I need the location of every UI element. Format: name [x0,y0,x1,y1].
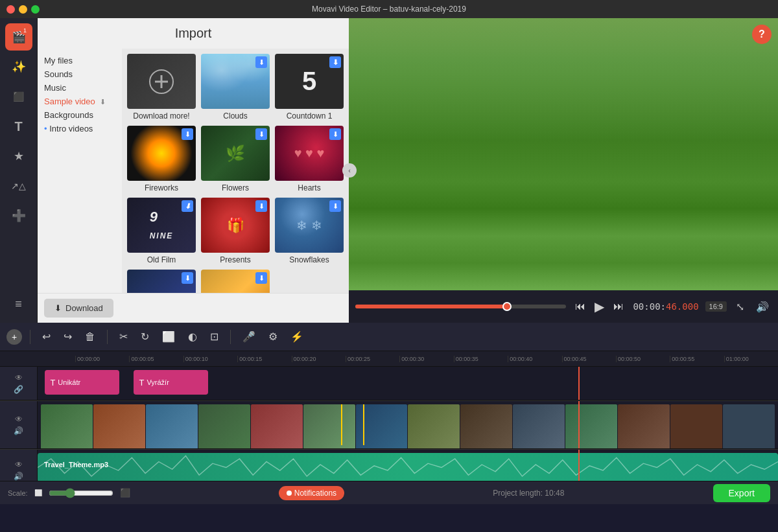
grid-item-fireworks[interactable]: ⬇ Fireworks [127,126,196,192]
grid-thumb-clouds: ⬇ [201,54,270,109]
import-media-button[interactable]: 🎬 1 [5,23,32,51]
rotate-button[interactable]: ↻ [137,328,153,345]
maximize-button[interactable] [31,5,40,14]
link-icon[interactable]: 🔗 [14,385,23,394]
grid-item-clouds[interactable]: ⬇ Clouds [201,54,270,121]
grid-item-partial2[interactable]: ⬇ [201,270,270,293]
settings-button[interactable]: ⚙ [265,328,281,345]
grid-thumb-flowers: ⬇ 🌿 [201,126,270,181]
waveform-svg [38,453,778,481]
eye-icon[interactable]: 👁 [15,373,23,382]
grid-thumb-presents: ⬇ 🎁 [201,198,270,253]
filters-button[interactable]: ★ [5,143,32,170]
audio-track-controls: 👁 🔊 [0,450,38,481]
import-footer: ⬇ Download [38,293,349,323]
timeline-ruler: 00:00:00 00:00:05 00:00:10 00:00:15 00:0… [0,351,778,367]
playhead-audio-track [578,450,580,481]
grid-thumb-countdown1: 5 ⬇ [275,54,344,109]
oldfilm-number: 9NINE [150,209,174,242]
grid-label-flowers: Flowers [222,183,249,192]
text-button[interactable]: T [5,113,32,140]
download-button-label: Download [65,303,103,313]
text-track-row: 👁 🔗 T Unikátr T Vyrážír [0,367,778,400]
notifications-button[interactable]: Notifications [279,486,344,500]
undo-button[interactable]: ↩ [38,328,54,345]
video-track-row: 👁 🔊 [0,400,778,449]
grid-item-oldfilm[interactable]: 9NINE ⬇ Old Film [127,198,196,264]
preview-controls: ⏮ ▶ ⏭ 00:00:46.000 16:9 ⤡ 🔊 [349,290,778,323]
add-track-button[interactable]: + [6,329,22,345]
project-length-label: Project length: 10:48 [493,489,564,498]
scale-slider[interactable] [49,488,113,498]
sidebar-item-sounds[interactable]: Sounds [44,67,115,81]
filters-icon: ★ [14,149,24,163]
collapse-panel-button[interactable]: ‹ [342,163,357,178]
sidebar-item-backgrounds[interactable]: Backgrounds [44,108,115,122]
minimize-button[interactable] [19,5,27,14]
skip-start-button[interactable]: ⏮ [572,298,588,315]
volume-icon-video[interactable]: 🔊 [14,426,23,435]
play-button[interactable]: ▶ [592,296,607,317]
grid-item-countdown1[interactable]: 5 ⬇ Countdown 1 [275,54,344,121]
video-thumb-14 [723,404,775,448]
cut-button[interactable]: ✂ [115,328,132,345]
grid-item-downloadmore[interactable]: Download more! [127,54,196,121]
eye-icon-video[interactable]: 👁 [15,415,23,424]
download-badge-clouds: ⬇ [255,56,267,68]
help-button[interactable]: ? [752,25,772,44]
left-toolbar: 🎬 1 ✨ ⬛ T ★ ↗△ ➕ ≡ [0,18,38,323]
grid-item-presents[interactable]: ⬇ 🎁 Presents [201,198,270,264]
close-button[interactable] [6,5,15,14]
redo-button[interactable]: ↪ [60,328,76,345]
sidebar-item-introvideos[interactable]: Intro videos [44,122,115,135]
tracks-area: 👁 🔗 T Unikátr T Vyrážír [0,367,778,481]
ruler-mark-2: 00:00:10 [183,356,237,362]
timeline-toolbar: + ↩ ↪ 🗑 ✂ ↻ ⬜ ◐ ⊡ 🎤 ⚙ ⚡ [0,323,778,351]
grid-label-hearts: Hearts [298,183,320,192]
video-thumb-5 [251,404,303,448]
menu-button[interactable]: ≡ [5,290,32,318]
text-clip-vyrážír[interactable]: T Vyrážír [134,370,207,395]
grid-item-snowflakes[interactable]: ⬇ ❄ ❄ Snowflakes [275,198,344,264]
color-button[interactable]: ◐ [184,328,201,345]
scale-max-icon: ⬛ [120,488,130,498]
download-badge-partial1: ⬇ [182,272,193,284]
trim-button[interactable]: ⬜ [158,328,179,345]
main-layout: 🎬 1 ✨ ⬛ T ★ ↗△ ➕ ≡ [0,18,778,532]
volume-icon-audio[interactable]: 🔊 [14,472,23,481]
title-bar: Movavi Video Editor – batuv-kanal-cely-2… [0,0,778,18]
mic-button[interactable]: 🎤 [239,328,259,345]
sidebar-item-myfiles[interactable]: My files [44,54,115,67]
add-button[interactable]: ➕ [5,202,32,229]
progress-bar[interactable] [355,305,566,308]
motion-button[interactable]: ↗△ [5,172,32,200]
text-track-content: T Unikátr T Vyrážír [38,367,778,400]
ruler-mark-0: 00:00:00 [75,356,129,362]
ruler-mark-6: 00:00:30 [399,356,453,362]
download-button[interactable]: ⬇ Download [44,299,113,318]
text-clip-icon: T [50,378,55,387]
window-controls[interactable] [6,5,40,14]
time-prefix: 00:00: [633,301,666,312]
grid-item-flowers[interactable]: ⬇ 🌿 Flowers [201,126,270,192]
progress-handle[interactable] [502,302,512,311]
crop-button[interactable]: ⊡ [206,328,222,345]
collapse-icon: ‹ [348,167,351,174]
adjust-button[interactable]: ⚡ [287,328,307,345]
eye-icon-audio[interactable]: 👁 [15,460,23,469]
video-thumb-11 [565,404,617,448]
grid-item-hearts[interactable]: ⬇ ♥ ♥ ♥ Hearts [275,126,344,192]
delete-button[interactable]: 🗑 [81,329,99,345]
import-grid-container[interactable]: Download more! ⬇ Clouds [122,49,349,293]
sidebar-item-samplevideo[interactable]: Sample video ⬇ [44,95,115,108]
skip-end-button[interactable]: ⏭ [611,298,626,315]
text-clip-unikátr[interactable]: T Unikátr [45,370,119,395]
sidebar-item-music[interactable]: Music [44,81,115,95]
volume-button[interactable]: 🔊 [753,298,772,316]
grid-item-partial1[interactable]: ⬇ [127,270,196,293]
fullscreen-toggle-button[interactable]: ⤡ [733,298,747,316]
grid-thumb-partial1: ⬇ [127,270,196,293]
transitions-button[interactable]: ⬛ [5,83,32,110]
export-button[interactable]: Export [713,484,770,502]
effects-button[interactable]: ✨ [5,53,32,80]
